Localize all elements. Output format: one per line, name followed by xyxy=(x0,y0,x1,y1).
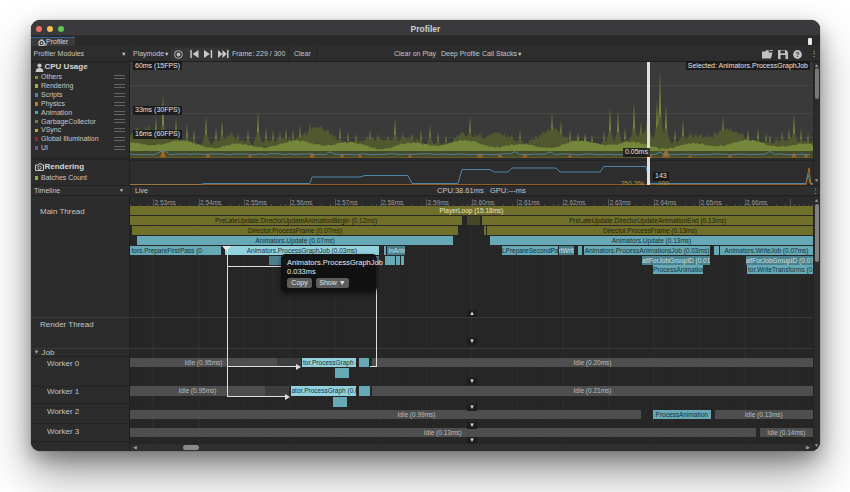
svg-text:?: ? xyxy=(796,51,800,58)
